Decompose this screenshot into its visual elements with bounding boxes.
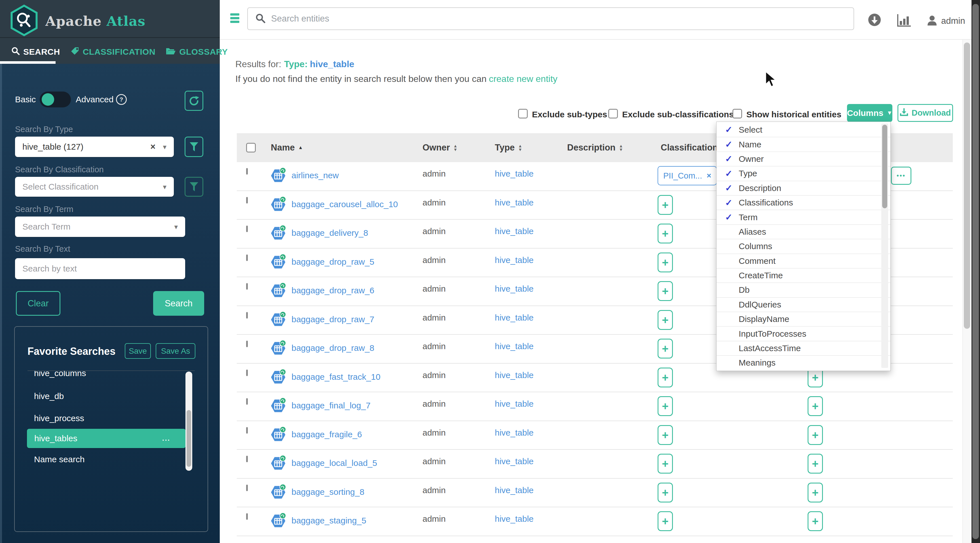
menu-scrollbar-thumb[interactable] — [882, 125, 887, 208]
entity-name-link[interactable]: baggage_final_log_7 — [291, 401, 371, 410]
entity-type-link[interactable]: hive_table — [495, 284, 534, 293]
add-classification-button[interactable]: + — [658, 454, 673, 473]
columns-menu-item[interactable]: ✓Select — [717, 122, 890, 137]
add-term-button[interactable]: + — [808, 425, 823, 445]
entity-name-link[interactable]: baggage_delivery_8 — [291, 228, 368, 238]
tab-classification[interactable]: CLASSIFICATION — [70, 46, 155, 57]
create-new-entity-link[interactable]: create new entity — [489, 74, 557, 84]
window-scrollbar-thumb[interactable] — [972, 4, 979, 539]
columns-menu-item[interactable]: Meanings — [717, 356, 890, 370]
about-download-icon[interactable] — [868, 13, 881, 28]
entity-type-link[interactable]: hive_table — [495, 486, 534, 495]
add-classification-button[interactable]: + — [658, 483, 673, 502]
entity-type-link[interactable]: hive_table — [495, 313, 534, 322]
entity-name-link[interactable]: baggage_drop_raw_7 — [291, 314, 374, 324]
entity-name-link[interactable]: airlines_new — [291, 171, 339, 180]
save-button[interactable]: Save — [125, 343, 151, 359]
entity-name-link[interactable]: baggage_fragile_6 — [291, 430, 362, 439]
favorite-search-item[interactable]: hive_columns — [34, 371, 86, 378]
add-classification-button[interactable]: + — [658, 425, 673, 445]
entity-type-link[interactable]: hive_table — [495, 198, 534, 207]
user-menu[interactable]: admin — [926, 15, 965, 27]
tab-search[interactable]: SEARCH — [11, 47, 60, 57]
columns-menu-item[interactable]: ✓Type — [717, 166, 890, 181]
entity-type-link[interactable]: hive_table — [495, 457, 534, 466]
atlas-logo[interactable]: Apache Atlas — [10, 5, 145, 37]
classification-filter-button[interactable] — [185, 177, 203, 197]
columns-menu-item[interactable]: CreateTime — [717, 268, 890, 283]
save-as-button[interactable]: Save As — [156, 343, 196, 359]
row-checkbox[interactable] — [246, 168, 248, 175]
entity-type-link[interactable]: hive_table — [495, 169, 534, 178]
header-classifications[interactable]: Classifications — [661, 143, 723, 153]
search-by-text-input[interactable]: Search by text — [15, 258, 185, 279]
columns-menu-item[interactable]: ✓Owner — [717, 152, 890, 166]
hamburger-menu-icon[interactable] — [230, 13, 239, 23]
favorite-search-item[interactable]: hive_process — [34, 413, 84, 423]
add-term-button[interactable]: + — [808, 396, 823, 416]
columns-menu-item[interactable]: DisplayName — [717, 312, 890, 326]
columns-menu-item[interactable]: ✓Term — [717, 210, 890, 224]
header-description[interactable]: Description — [567, 143, 616, 153]
show-historical-entities-checkbox[interactable] — [732, 109, 742, 119]
columns-menu-item[interactable]: Db — [717, 283, 890, 297]
row-checkbox[interactable] — [246, 225, 248, 232]
help-icon[interactable]: ? — [116, 94, 127, 105]
row-checkbox[interactable] — [246, 513, 248, 520]
more-actions-button[interactable]: ••• — [891, 167, 912, 185]
entity-name-link[interactable]: baggage_drop_raw_6 — [291, 286, 374, 295]
columns-menu-item[interactable]: Comment — [717, 254, 890, 268]
columns-menu-item[interactable]: LastAccessTime — [717, 341, 890, 356]
exclude-subclassifications-checkbox[interactable] — [608, 109, 618, 119]
entity-type-link[interactable]: hive_table — [495, 514, 534, 524]
entity-type-link[interactable]: hive_table — [495, 428, 534, 437]
row-checkbox[interactable] — [246, 456, 248, 462]
entity-name-link[interactable]: baggage_staging_5 — [291, 516, 366, 526]
add-classification-button[interactable]: + — [658, 310, 673, 330]
columns-menu-item[interactable]: DdlQueries — [717, 297, 890, 312]
add-classification-button[interactable]: + — [658, 339, 673, 359]
add-classification-button[interactable]: + — [658, 281, 673, 301]
entity-type-link[interactable]: hive_table — [495, 399, 534, 408]
add-classification-button[interactable]: + — [658, 368, 673, 387]
add-classification-button[interactable]: + — [658, 224, 673, 243]
row-checkbox[interactable] — [246, 197, 248, 203]
download-button[interactable]: Download — [897, 104, 953, 122]
add-term-button[interactable]: + — [808, 511, 823, 531]
favorite-search-item[interactable]: hive_db — [34, 391, 64, 401]
row-checkbox[interactable] — [246, 341, 248, 347]
clear-type-icon[interactable]: × — [150, 142, 155, 152]
favorite-more-icon[interactable]: ... — [162, 435, 178, 442]
row-checkbox[interactable] — [246, 484, 248, 491]
header-type[interactable]: Type — [495, 143, 515, 153]
columns-menu-item[interactable]: ✓Name — [717, 137, 890, 151]
header-name[interactable]: Name — [271, 143, 294, 153]
select-all-checkbox[interactable] — [246, 143, 256, 152]
exclude-subtypes-checkbox[interactable] — [518, 109, 528, 119]
add-classification-button[interactable]: + — [658, 252, 673, 272]
add-term-button[interactable]: + — [808, 483, 823, 502]
search-by-classification-select[interactable]: Select Classification ▾ — [15, 177, 174, 197]
header-owner[interactable]: Owner — [423, 143, 450, 153]
columns-menu-item[interactable]: ✓Description — [717, 181, 890, 195]
add-term-button[interactable]: + — [808, 454, 823, 473]
content-scrollbar-thumb[interactable] — [964, 43, 970, 329]
favorites-scrollbar-thumb[interactable] — [186, 410, 191, 467]
clear-button[interactable]: Clear — [16, 291, 60, 316]
statistics-chart-icon[interactable] — [897, 14, 911, 29]
remove-classification-icon[interactable]: × — [706, 171, 711, 180]
row-checkbox[interactable] — [246, 370, 248, 376]
add-classification-button[interactable]: + — [658, 511, 673, 531]
entity-name-link[interactable]: baggage_local_load_5 — [291, 458, 377, 468]
entity-name-link[interactable]: baggage_drop_raw_8 — [291, 343, 374, 353]
columns-menu-item[interactable]: Aliases — [717, 224, 890, 239]
row-checkbox[interactable] — [246, 398, 248, 405]
type-filter-button[interactable] — [185, 137, 203, 157]
search-button[interactable]: Search — [153, 291, 204, 316]
entity-name-link[interactable]: baggage_drop_raw_5 — [291, 257, 374, 267]
favorite-search-item[interactable]: Name search — [34, 454, 84, 464]
entity-name-link[interactable]: baggage_fast_track_10 — [291, 372, 380, 382]
global-search-input[interactable]: Search entities — [247, 7, 854, 30]
row-checkbox[interactable] — [246, 283, 248, 290]
entity-type-link[interactable]: hive_table — [495, 256, 534, 265]
